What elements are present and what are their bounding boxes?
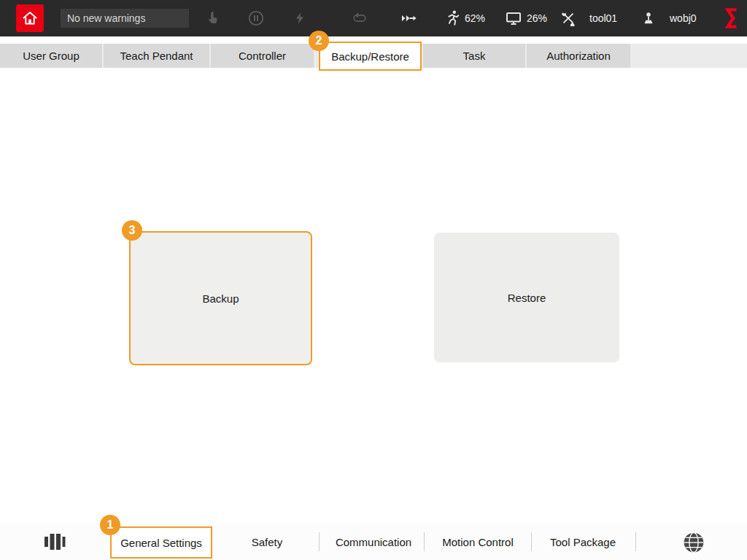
joystick-icon — [640, 9, 657, 27]
brand-logo-icon — [721, 7, 740, 30]
nav-tool-package[interactable]: Tool Package — [550, 524, 616, 560]
language-button[interactable] — [681, 530, 707, 554]
speed-percent: 62% — [465, 0, 485, 36]
pause-icon — [247, 9, 265, 27]
step-number: 1 — [107, 518, 114, 532]
tab-user-group[interactable]: User Group — [0, 44, 102, 68]
nav-safety[interactable]: Safety — [252, 524, 283, 560]
nav-label: Communication — [336, 536, 411, 548]
tab-controller[interactable]: Controller — [211, 44, 314, 68]
step-3-badge: 3 — [122, 220, 142, 241]
top-status-bar: No new warnings — [0, 0, 747, 36]
menu-columns-icon — [43, 532, 66, 552]
tab-task[interactable]: Task — [423, 44, 525, 68]
backup-button-label: Backup — [202, 292, 239, 305]
nav-divider — [635, 532, 636, 551]
nav-label: Safety — [252, 536, 283, 548]
step-run-button[interactable] — [398, 7, 421, 30]
tool-wrench-icon — [560, 10, 576, 26]
monitor-icon — [505, 9, 522, 27]
restore-button[interactable]: Restore — [434, 233, 619, 362]
nav-divider — [424, 532, 425, 551]
load-indicator-button[interactable] — [502, 7, 525, 30]
step-run-icon — [400, 10, 419, 26]
warning-status-box[interactable]: No new warnings — [61, 9, 189, 28]
tool-select-button[interactable] — [557, 7, 580, 30]
nav-label: Motion Control — [442, 536, 514, 548]
loop-run-icon — [351, 10, 368, 26]
nav-general-settings[interactable]: General Settings — [110, 526, 212, 559]
hand-guide-button[interactable] — [201, 7, 225, 30]
restore-button-label: Restore — [508, 292, 546, 304]
step-2-badge: 2 — [309, 31, 329, 51]
tab-label: User Group — [23, 50, 80, 62]
tab-backup-restore[interactable]: Backup/Restore — [319, 42, 422, 71]
hand-guide-icon — [205, 10, 221, 26]
tab-teach-pendant[interactable]: Teach Pendant — [104, 44, 209, 68]
backup-button[interactable]: Backup — [129, 231, 312, 365]
nav-divider — [319, 532, 320, 551]
nav-label: Tool Package — [550, 536, 616, 548]
speed-indicator-button[interactable] — [441, 7, 465, 30]
tab-label: Task — [463, 50, 486, 62]
tab-authorization[interactable]: Authorization — [527, 44, 630, 68]
brand-logo — [719, 5, 741, 31]
tool-name: tool01 — [589, 0, 617, 36]
nav-label: General Settings — [120, 537, 202, 549]
step-number: 3 — [129, 224, 136, 237]
settings-tab-strip: User Group Teach Pendant Controller Back… — [0, 44, 747, 68]
tab-label: Teach Pendant — [120, 50, 193, 62]
load-percent: 26% — [527, 0, 547, 36]
wobj-select-button[interactable] — [637, 7, 660, 30]
nav-communication[interactable]: Communication — [336, 524, 411, 560]
step-number: 2 — [316, 34, 322, 47]
step-1-badge: 1 — [100, 515, 120, 535]
tab-label: Controller — [239, 50, 286, 62]
main-menu-button[interactable] — [42, 532, 67, 552]
home-button[interactable] — [16, 4, 44, 32]
nav-motion-control[interactable]: Motion Control — [442, 524, 514, 560]
pause-button[interactable] — [244, 7, 268, 30]
tab-label: Authorization — [546, 50, 611, 62]
tab-label: Backup/Restore — [331, 50, 409, 63]
running-man-icon — [445, 9, 461, 28]
lightning-icon — [293, 10, 307, 26]
nav-divider — [531, 532, 532, 551]
power-boost-button[interactable] — [288, 7, 311, 30]
home-icon — [21, 9, 39, 27]
globe-icon — [681, 531, 706, 554]
warning-text: No new warnings — [67, 12, 145, 24]
loop-run-button[interactable] — [348, 7, 371, 30]
wobj-name: wobj0 — [670, 0, 697, 36]
